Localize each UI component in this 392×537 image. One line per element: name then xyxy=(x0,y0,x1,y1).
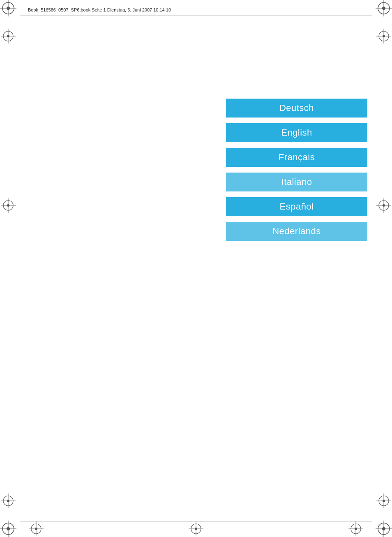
reg-mark-bottom-left xyxy=(0,521,16,537)
language-list: Deutsch English Français Italiano Españo… xyxy=(226,99,367,241)
language-button-espanol[interactable]: Español xyxy=(226,197,367,216)
language-button-italiano[interactable]: Italiano xyxy=(226,173,367,191)
reg-mark-bottom-right2 xyxy=(348,521,364,537)
reg-mark-bottom-right xyxy=(376,521,392,537)
header-text: Book_516586_0507_SP6.book Seite 1 Dienst… xyxy=(28,7,171,12)
reg-mark-top-left xyxy=(0,0,16,16)
language-button-nederlands[interactable]: Nederlands xyxy=(226,222,367,241)
border-right xyxy=(372,16,372,521)
reg-mark-bottom-left2 xyxy=(28,521,44,537)
reg-mark-left-top xyxy=(0,28,16,44)
reg-mark-right-mid xyxy=(376,197,392,214)
reg-mark-right-top xyxy=(376,28,392,44)
language-button-francais[interactable]: Français xyxy=(226,148,367,167)
reg-mark-top-right xyxy=(376,0,392,16)
reg-mark-left-bottom xyxy=(0,493,16,509)
language-button-deutsch[interactable]: Deutsch xyxy=(226,99,367,118)
reg-mark-right-bottom xyxy=(376,493,392,509)
reg-mark-bottom-center xyxy=(188,521,204,537)
border-top xyxy=(20,16,372,16)
language-button-english[interactable]: English xyxy=(226,123,367,142)
reg-mark-left-mid xyxy=(0,197,16,214)
border-left xyxy=(20,16,20,521)
